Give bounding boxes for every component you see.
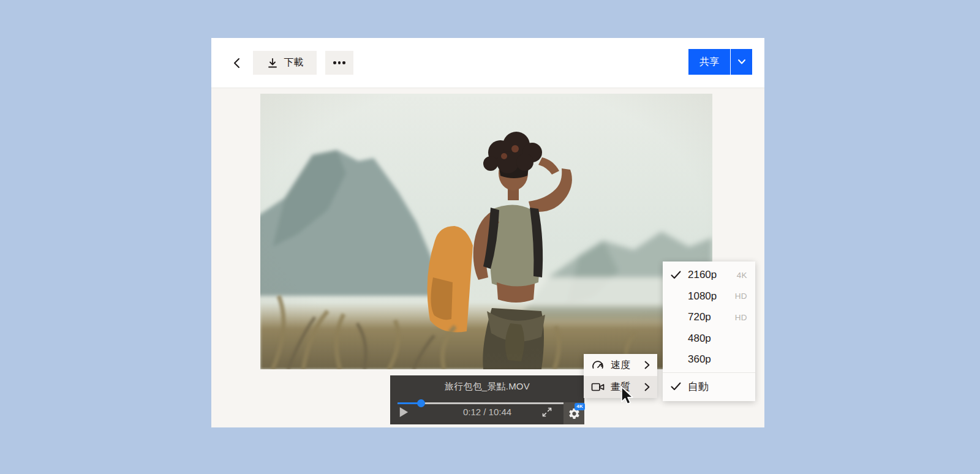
speedometer-icon <box>591 359 605 371</box>
menu-item-speed[interactable]: 速度 <box>584 354 657 376</box>
quality-option-auto[interactable]: 自動 <box>663 375 755 399</box>
fullscreen-icon <box>541 405 552 419</box>
check-icon <box>671 271 688 279</box>
download-icon <box>266 57 279 69</box>
page-background: 下載 共享 <box>0 0 980 474</box>
chevron-left-icon <box>232 58 242 69</box>
chevron-right-icon <box>644 361 650 369</box>
settings-button[interactable]: 4K <box>564 402 584 424</box>
chevron-down-icon <box>737 59 746 65</box>
share-split-button: 共享 <box>688 49 752 75</box>
quality-submenu: 2160p 4K 1080p HD 720p HD 480p 360p <box>663 261 755 401</box>
share-button[interactable]: 共享 <box>688 49 730 75</box>
chevron-right-icon <box>644 383 650 391</box>
download-label: 下載 <box>284 56 304 69</box>
share-dropdown-button[interactable] <box>730 49 752 75</box>
quality-badge: 4K <box>575 403 585 410</box>
quality-option-2160p[interactable]: 2160p 4K <box>663 265 755 286</box>
resolution-badge: 4K <box>737 271 747 280</box>
ellipsis-icon <box>333 61 345 64</box>
download-button[interactable]: 下載 <box>253 51 317 75</box>
video-still-image <box>260 94 712 369</box>
quality-option-480p[interactable]: 480p <box>663 328 755 350</box>
quality-option-720p[interactable]: 720p HD <box>663 307 755 328</box>
video-filename: 旅行包包_景點.MOV <box>390 381 584 393</box>
menu-item-speed-label: 速度 <box>611 359 630 372</box>
menu-item-quality[interactable]: 畫質 <box>584 376 657 398</box>
more-options-button[interactable] <box>325 51 353 75</box>
toolbar: 下載 共享 <box>211 38 764 88</box>
video-camera-icon <box>591 382 605 393</box>
menu-divider <box>663 372 755 373</box>
check-icon <box>671 382 688 391</box>
resolution-badge: HD <box>735 313 747 322</box>
video-player-controls: 旅行包包_景點.MOV 0:12 / 10:44 4K <box>390 375 584 424</box>
settings-menu: 速度 畫質 <box>584 354 657 398</box>
video-frame[interactable] <box>260 94 712 369</box>
back-button[interactable] <box>225 51 249 75</box>
quality-option-1080p[interactable]: 1080p HD <box>663 286 755 307</box>
fullscreen-button[interactable] <box>538 404 556 421</box>
quality-option-360p[interactable]: 360p <box>663 349 755 371</box>
menu-item-quality-label: 畫質 <box>611 381 630 394</box>
resolution-badge: HD <box>735 292 747 301</box>
